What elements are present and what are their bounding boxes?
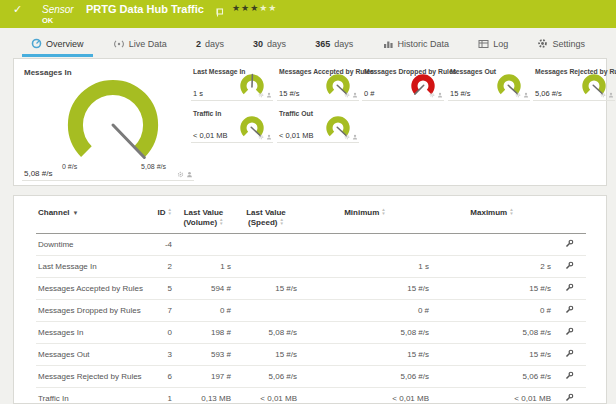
user-icon[interactable] — [352, 92, 358, 98]
gauge-cell-messages-rejected: Messages Rejected by Rules 5,06 #/s — [533, 65, 615, 101]
gear-icon[interactable] — [344, 134, 350, 140]
channel-name: Downtime — [36, 234, 138, 256]
sort-icon: ▲▼ — [279, 218, 283, 225]
gauge-cell-messages-out: Messages Out 15 #/s — [448, 65, 530, 101]
status-check-icon: ✓ — [13, 3, 22, 16]
channel-table-panel: Channel▼ ID▲▼ Last Value(Volume)▲▼ Last … — [13, 195, 607, 404]
log-icon — [478, 39, 489, 49]
wrench-icon[interactable] — [565, 283, 574, 292]
table-row: Messages Accepted by Rules 5 594 # 15 #/… — [36, 278, 586, 300]
user-icon[interactable] — [266, 92, 272, 98]
star-empty-icon[interactable]: ★★ — [259, 3, 277, 13]
table-row: Messages Dropped by Rules 7 0 # 0 # 0 # — [36, 300, 586, 322]
settings-icon — [537, 38, 548, 49]
wrench-icon[interactable] — [565, 239, 574, 248]
wrench-icon[interactable] — [565, 261, 574, 270]
table-row: Messages Rejected by Rules 6 197 # 5,06 … — [36, 366, 586, 388]
wrench-icon[interactable] — [565, 327, 574, 336]
sort-icon: ▲▼ — [168, 208, 172, 215]
channel-name: Messages In — [36, 322, 138, 344]
gear-icon[interactable] — [258, 134, 264, 140]
user-icon[interactable] — [352, 134, 358, 140]
wrench-icon[interactable] — [565, 393, 574, 402]
gauge-value: 5,08 #/s — [24, 169, 52, 178]
gauge-cell-traffic-out: Traffic Out < 0,01 MB — [277, 107, 359, 143]
gauge-scale-max: 5,08 #/s — [141, 163, 166, 170]
gear-icon[interactable] — [344, 92, 350, 98]
col-header-minimum[interactable]: Minimum▲▼ — [299, 205, 431, 234]
page-title: PRTG Data Hub Traffic — [86, 3, 204, 15]
user-icon[interactable] — [608, 92, 614, 98]
col-header-last-value-speed[interactable]: Last Value(Speed)▲▼ — [233, 205, 299, 234]
gauge-cell-messages-in: Messages In 0 #/s 5,08 #/s 5,08 #/s — [22, 65, 194, 181]
gauge-title: Messages In — [24, 68, 72, 77]
table-row: Messages Out 3 593 # 15 #/s 15 #/s 15 #/… — [36, 344, 586, 366]
star-filled-icon[interactable]: ★★★ — [232, 3, 259, 13]
channel-table: Channel▼ ID▲▼ Last Value(Volume)▲▼ Last … — [36, 205, 586, 404]
col-header-id[interactable]: ID▲▼ — [138, 205, 174, 234]
channel-name: Messages Out — [36, 344, 138, 366]
gear-icon[interactable] — [258, 92, 264, 98]
live-data-icon — [113, 39, 125, 49]
status-badge: OK — [42, 16, 53, 25]
table-row: Traffic In 1 0,13 MB < 0,01 MB < 0,01 MB… — [36, 388, 586, 404]
gauge-cell-messages-dropped: Messages Dropped by Rules 0 # — [362, 65, 444, 101]
sensor-kind-label: Sensor — [42, 4, 74, 15]
user-icon[interactable] — [266, 134, 272, 140]
flag-icon[interactable] — [216, 3, 224, 21]
wrench-icon[interactable] — [565, 349, 574, 358]
overview-icon — [31, 38, 42, 49]
col-header-channel[interactable]: Channel▼ — [36, 205, 138, 234]
sensor-header-bar: ✓ Sensor PRTG Data Hub Traffic ★★★★★ OK — [0, 0, 616, 28]
col-header-last-value-volume[interactable]: Last Value(Volume)▲▼ — [174, 205, 233, 234]
tab-overview[interactable]: Overview — [28, 30, 87, 57]
table-row: Last Message In 2 1 s 1 s 2 s — [36, 256, 586, 278]
wrench-icon[interactable] — [565, 371, 574, 380]
table-row: Downtime -4 — [36, 234, 586, 256]
channel-name: Messages Accepted by Rules — [36, 278, 138, 300]
priority-stars[interactable]: ★★★★★ — [232, 3, 277, 13]
user-icon[interactable] — [523, 92, 529, 98]
gear-icon[interactable] — [177, 171, 184, 178]
gauge-scale-min: 0 #/s — [62, 163, 77, 170]
gauges-panel: Messages In 0 #/s 5,08 #/s 5,08 #/s Last… — [13, 58, 607, 186]
tab-365-days[interactable]: 365 days — [312, 30, 356, 57]
sort-icon: ▲▼ — [381, 208, 385, 215]
channel-name: Traffic In — [36, 388, 138, 404]
tab-30-days[interactable]: 30 days — [250, 30, 289, 57]
user-icon[interactable] — [437, 92, 443, 98]
messages-in-gauge — [66, 78, 160, 172]
sort-desc-icon: ▼ — [73, 210, 79, 216]
tab-log[interactable]: Log — [475, 30, 511, 57]
historic-data-icon — [383, 39, 394, 49]
sort-icon: ▲▼ — [509, 208, 513, 215]
tab-bar: Overview Live Data 2 days 30 days 365 da… — [0, 30, 616, 57]
wrench-icon[interactable] — [565, 305, 574, 314]
tab-live-data[interactable]: Live Data — [110, 30, 170, 57]
gear-icon[interactable] — [515, 92, 521, 98]
gear-icon[interactable] — [600, 92, 606, 98]
channel-name: Last Message In — [36, 256, 138, 278]
tab-settings[interactable]: Settings — [534, 30, 588, 57]
sort-icon: ▲▼ — [219, 218, 223, 225]
col-header-maximum[interactable]: Maximum▲▼ — [431, 205, 553, 234]
gauge-cell-messages-accepted: Messages Accepted by Rules 15 #/s — [277, 65, 359, 101]
tab-historic-data[interactable]: Historic Data — [380, 30, 453, 57]
gauge-cell-last-message-in: Last Message In 1 s — [191, 65, 273, 101]
channel-name: Messages Dropped by Rules — [36, 300, 138, 322]
col-header-actions — [553, 205, 586, 234]
table-row: Messages In 0 198 # 5,08 #/s 5,08 #/s 5,… — [36, 322, 586, 344]
gear-icon[interactable] — [429, 92, 435, 98]
gauge-scale: 0 #/s 5,08 #/s — [62, 163, 166, 170]
user-icon[interactable] — [186, 171, 193, 178]
channel-name: Messages Rejected by Rules — [36, 366, 138, 388]
tab-2-days[interactable]: 2 days — [193, 30, 227, 57]
gauge-cell-traffic-in: Traffic In < 0,01 MB — [191, 107, 273, 143]
